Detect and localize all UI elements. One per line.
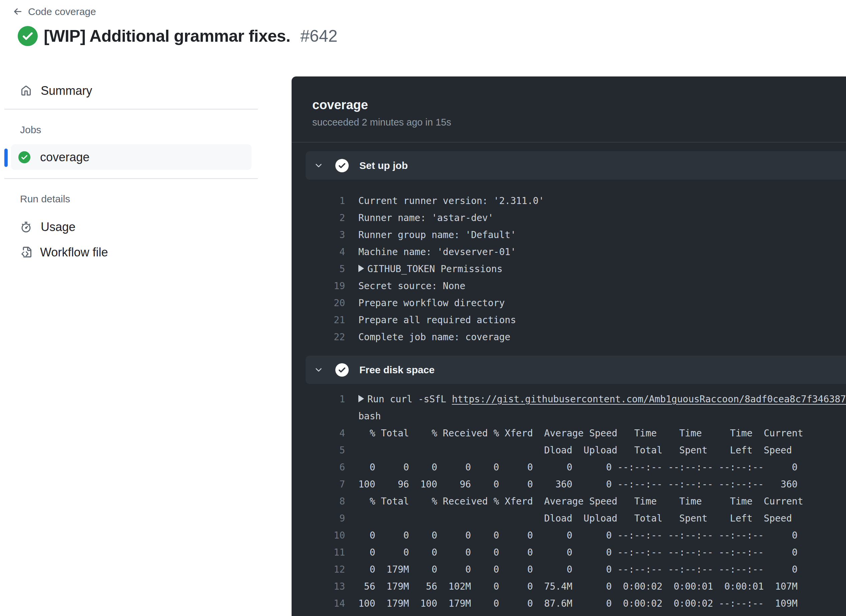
- log-line-number: 7: [306, 479, 345, 490]
- log-line: 12 0 179M 0 0 0 0 0 0 --:--:-- --:--:-- …: [306, 561, 846, 578]
- log-line-number: 4: [306, 246, 345, 257]
- log-line: 4 Machine name: 'devserver-01': [306, 243, 846, 260]
- sidebar-item-label: Summary: [41, 84, 92, 98]
- log-line-number: 11: [306, 547, 345, 558]
- log-section-title: Set up job: [359, 160, 408, 171]
- log-line-text: 0 0 0 0 0 0 0 0 --:--:-- --:--:-- --:--:…: [358, 530, 798, 541]
- log-line: 5 GITHUB_TOKEN Permissions: [306, 260, 846, 277]
- log-line: 11 0 0 0 0 0 0 0 0 --:--:-- --:--:-- --:…: [306, 544, 846, 561]
- selected-job-indicator: [4, 148, 8, 167]
- log-line-text: 100 96 100 96 0 0 360 0 --:--:-- --:--:-…: [358, 479, 798, 490]
- log-line-text: Machine name: 'devserver-01': [358, 246, 516, 257]
- log-line-text: Dload Upload Total Spent Left Speed: [358, 445, 792, 456]
- log-line: 6 0 0 0 0 0 0 0 0 --:--:-- --:--:-- --:-…: [306, 459, 846, 476]
- panel-job-title: coverage: [312, 98, 846, 112]
- log-line: 13 56 179M 56 102M 0 0 75.4M 0 0:00:02 0…: [306, 578, 846, 595]
- log-section-header[interactable]: Set up job: [306, 151, 846, 180]
- sidebar-item-summary[interactable]: Summary: [21, 84, 92, 97]
- log-line-number: 8: [306, 496, 345, 507]
- log-line-number: 4: [306, 428, 345, 439]
- log-line-text: Runner group name: 'Default': [358, 229, 516, 241]
- job-name-label: coverage: [40, 150, 90, 164]
- log-section: Set up job 1 Current runner version: '2.…: [306, 151, 846, 356]
- log-line: 9 Dload Upload Total Spent Left Speed: [306, 510, 846, 527]
- log-line-text: 56 179M 56 102M 0 0 75.4M 0 0:00:02 0:00…: [358, 581, 798, 592]
- log-line-number: 2: [306, 212, 345, 223]
- expand-triangle-icon[interactable]: [358, 395, 364, 402]
- log-line: 8 % Total % Received % Xferd Average Spe…: [306, 493, 846, 510]
- log-panel: coverage succeeded 2 minutes ago in 15s …: [292, 76, 846, 616]
- log-panel-header: coverage succeeded 2 minutes ago in 15s: [292, 76, 846, 142]
- log-line-text: Complete job name: coverage: [358, 331, 510, 343]
- run-number: #642: [300, 26, 337, 46]
- log-line-number: 5: [306, 445, 345, 456]
- log-section-body: 1 Run curl -sSfL https://gist.githubuser…: [306, 384, 846, 616]
- log-line-number: 19: [306, 280, 345, 292]
- log-line-number: 21: [306, 314, 345, 326]
- success-check-icon: [335, 159, 349, 172]
- chevron-down-icon[interactable]: [314, 161, 323, 170]
- sidebar-divider: [4, 109, 258, 110]
- log-section: Free disk space 1 Run curl -sSfL https:/…: [306, 356, 846, 616]
- log-line: bash: [306, 408, 846, 425]
- log-section-header[interactable]: Free disk space: [306, 356, 846, 384]
- log-line: 22 Complete job name: coverage: [306, 329, 846, 346]
- log-line: 2 Runner name: 'astar-dev': [306, 209, 846, 226]
- run-title: [WIP] Additional grammar fixes.: [44, 26, 290, 46]
- sidebar-divider: [4, 178, 258, 179]
- jobs-heading: Jobs: [20, 124, 41, 136]
- chevron-down-icon[interactable]: [314, 365, 323, 375]
- expand-triangle-icon[interactable]: [358, 265, 364, 272]
- log-line-number: 1: [306, 394, 345, 405]
- log-line-text: GITHUB_TOKEN Permissions: [358, 263, 503, 274]
- log-line-text: 0 0 0 0 0 0 0 0 --:--:-- --:--:-- --:--:…: [358, 462, 798, 473]
- sidebar-item-workflow-file[interactable]: Workflow file: [20, 246, 108, 259]
- sidebar-item-usage[interactable]: Usage: [21, 220, 75, 234]
- sidebar-item-label: Usage: [41, 220, 75, 234]
- log-line-number: 9: [306, 513, 345, 524]
- log-line-text: Dload Upload Total Spent Left Speed: [358, 513, 792, 524]
- log-line-text: % Total % Received % Xferd Average Speed…: [358, 496, 803, 507]
- log-section-title: Free disk space: [359, 364, 435, 375]
- success-check-icon: [335, 363, 349, 377]
- breadcrumb-label[interactable]: Code coverage: [28, 6, 96, 18]
- log-line-text: 0 179M 0 0 0 0 0 0 --:--:-- --:--:-- --:…: [358, 564, 798, 575]
- log-line-text: Prepare all required actions: [358, 314, 516, 326]
- log-line: 5 Dload Upload Total Spent Left Speed: [306, 442, 846, 459]
- success-check-icon: [18, 151, 30, 163]
- log-section-body: 1 Current runner version: '2.311.0' 2 Ru…: [306, 180, 846, 356]
- log-line: 7 100 96 100 96 0 0 360 0 --:--:-- --:--…: [306, 476, 846, 493]
- log-line-number: 12: [306, 564, 345, 575]
- log-line-number: 20: [306, 298, 345, 308]
- log-line: 21 Prepare all required actions: [306, 311, 846, 329]
- log-line-number: 5: [306, 263, 345, 274]
- log-line-text: Current runner version: '2.311.0': [358, 195, 544, 206]
- log-line-number: 6: [306, 462, 345, 473]
- log-line: 4 % Total % Received % Xferd Average Spe…: [306, 425, 846, 442]
- run-title-row: [WIP] Additional grammar fixes. #642: [18, 26, 338, 46]
- arrow-left-icon[interactable]: [13, 7, 23, 17]
- file-code-icon: [20, 247, 31, 258]
- log-line: 1 Current runner version: '2.311.0': [306, 192, 846, 209]
- sidebar-item-job-coverage[interactable]: coverage: [11, 144, 251, 170]
- panel-job-status: succeeded 2 minutes ago in 15s: [312, 117, 846, 128]
- log-line: 3 Runner group name: 'Default': [306, 226, 846, 243]
- log-link[interactable]: https://gist.githubusercontent.com/Amb1g…: [452, 394, 846, 405]
- log-line: 14 100 179M 100 179M 0 0 87.6M 0 0:00:02…: [306, 595, 846, 612]
- breadcrumb[interactable]: Code coverage: [13, 6, 96, 18]
- log-line-number: 13: [306, 581, 345, 592]
- log-line-number: 22: [306, 331, 345, 343]
- log-line-number: 1: [306, 195, 345, 206]
- log-line-text: bash: [358, 411, 381, 422]
- log-line-text: % Total % Received % Xferd Average Speed…: [358, 428, 803, 439]
- log-line: 20 Prepare workflow directory: [306, 295, 846, 311]
- log-line-text: Prepare workflow directory: [358, 298, 505, 308]
- success-check-icon: [18, 26, 38, 46]
- log-area: Set up job 1 Current runner version: '2.…: [292, 142, 846, 616]
- log-line-number: 14: [306, 598, 345, 609]
- log-line: 19 -------------------------------------…: [306, 612, 846, 616]
- log-line-text: Runner name: 'astar-dev': [358, 212, 494, 223]
- log-line: 10 0 0 0 0 0 0 0 0 --:--:-- --:--:-- --:…: [306, 527, 846, 544]
- log-line-number: 3: [306, 229, 345, 241]
- log-line-text: Run curl -sSfL https://gist.githubuserco…: [358, 394, 846, 405]
